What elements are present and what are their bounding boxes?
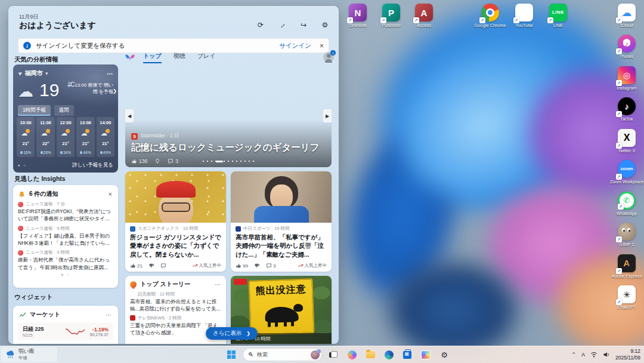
desktop-icon[interactable]: P➚ Publisher: [374, 4, 408, 29]
partly-cloudy-icon: ☁: [41, 130, 51, 137]
droplet-icon: [60, 151, 63, 154]
expand-icon[interactable]: ↔: [271, 14, 292, 35]
desktop-icon[interactable]: A➚ Adobe Express: [609, 254, 644, 279]
hidden-icons-chevron[interactable]: ⌃: [572, 352, 577, 358]
comment-icon: [266, 263, 272, 269]
weather-location[interactable]: 福岡市: [25, 69, 43, 78]
shortcut-arrow-icon: ➚: [616, 111, 622, 117]
edge-button[interactable]: [382, 348, 396, 361]
microsoft-store-button[interactable]: [400, 348, 414, 361]
desktop-icon[interactable]: N➚ OneNote: [340, 4, 375, 29]
clock[interactable]: 9:12 2025/11/09: [615, 348, 642, 361]
hour-forecast-cell[interactable]: 13:00 ☁ 21° 44%: [76, 117, 94, 157]
settings-icon[interactable]: ⚙: [317, 18, 333, 32]
file-explorer-button[interactable]: [363, 348, 377, 361]
like-button[interactable]: 21: [130, 263, 143, 269]
weather-more-icon[interactable]: ⋯: [107, 70, 113, 77]
desktop-icon[interactable]: ◎➚ Instagram: [609, 66, 644, 91]
feed-tab[interactable]: 視聴: [174, 52, 185, 63]
desktop-icon[interactable]: ♪➚ iTunes: [609, 35, 644, 60]
shortcut-arrow-icon: ➚: [479, 17, 485, 23]
taskbar-search-input[interactable]: 🔍︎ 検索: [243, 348, 322, 361]
news-card[interactable]: スポニチアネックス · 10 時間 所ジョージ ガソリンスタンドで愛車がまさかの…: [125, 171, 226, 272]
taskbar-weather-widget[interactable]: 弱い雨 午後: [1, 347, 57, 362]
ime-indicator[interactable]: A: [581, 352, 585, 358]
news-card[interactable]: 中日スポーツ · 19 時間 高市早苗首相、「私事ですが」夫婦仲の一端を明かし反…: [231, 171, 332, 272]
weather-card[interactable]: ➤ 福岡市 ∨ ⋯ ☁ 19 °C ☂ 13:00 前後で 弱い 雨 を予報 ❯…: [13, 64, 118, 173]
volume-icon[interactable]: [603, 351, 610, 358]
notification-badge: 1: [330, 50, 336, 56]
desktop-icon[interactable]: ➚ Google Chrome: [473, 4, 507, 29]
notification-item[interactable]: ニュース速報 · 9 時間 【フィギュア】鍵山優真、日本男子初のNHK杯３連覇！…: [13, 224, 118, 248]
desktop-icon[interactable]: ☁➚ iCloud: [609, 4, 644, 29]
copilot-button[interactable]: [345, 348, 359, 361]
settings-button[interactable]: ⚙: [437, 348, 451, 361]
notifications-list: ニュース速報 · 7 分 BE:FIRST脱退のRYOKI、“発表方法”について…: [13, 199, 118, 272]
top-stories-more-icon[interactable]: ⋯: [215, 281, 221, 288]
hour-forecast-cell[interactable]: 14:00 ☁ 21° 49%: [97, 117, 114, 157]
thumb-up-icon: [236, 263, 242, 269]
feed-tab[interactable]: プレイ: [197, 52, 216, 63]
desktop-icon[interactable]: A➚ Access: [407, 4, 441, 29]
refresh-icon[interactable]: ⟳: [253, 18, 268, 32]
dislike-button[interactable]: [148, 263, 154, 269]
hour-forecast-cell[interactable]: 12:00 ☁ 21° 34%: [57, 117, 75, 157]
task-view-button[interactable]: [326, 348, 340, 361]
notification-item[interactable]: ニュース速報 · 9 時間 維新・吉村代表「僕が高市さんに代わって言う」 午前3…: [13, 248, 118, 272]
weather-tab[interactable]: 週間: [54, 105, 74, 116]
weather-tab[interactable]: 1時間予報: [18, 105, 51, 116]
like-button[interactable]: 99: [236, 263, 248, 269]
weather-pager-dots[interactable]: ● ○: [18, 164, 27, 167]
news-source-icon: [18, 250, 23, 256]
notification-item[interactable]: ニュース速報 · 7 分 BE:FIRST脱退のRYOKI、“発表方法”について…: [13, 199, 118, 224]
carousel-prev-button[interactable]: ◀: [125, 109, 134, 122]
widgets-section-label: ウィジェット: [14, 293, 52, 302]
close-icon[interactable]: ×: [320, 42, 324, 50]
desktop-icon[interactable]: ✆➚ WhatsApp: [609, 192, 644, 217]
trending-label: 人気上昇中: [192, 263, 222, 269]
signin-button[interactable]: サインイン: [279, 42, 311, 50]
carousel-dots[interactable]: [125, 160, 332, 162]
wifi-icon[interactable]: [590, 351, 597, 358]
feed-tab[interactable]: トップ: [143, 52, 162, 63]
desktop-icon[interactable]: ✳➚ ChatGPT: [609, 285, 644, 310]
taskbar: 弱い雨 午後 🔍︎ 検索 ⚙ ⌃ A 9:12: [0, 346, 644, 363]
profile-avatar[interactable]: 1: [323, 52, 334, 63]
share-icon[interactable]: ↪: [296, 18, 311, 32]
desktop-icon[interactable]: ➚ GIMP 2: [609, 223, 644, 248]
start-button[interactable]: [224, 348, 239, 361]
hour-forecast-cell[interactable]: 10:00 ☁ 21° 16%: [17, 117, 35, 157]
rain-icon: ☂: [67, 83, 72, 90]
hour-forecast-cell[interactable]: 11:00 ☁ 22° 26%: [36, 117, 54, 157]
trend-up-icon: [192, 263, 198, 269]
hero-story-card[interactable]: ◀ ▶ S StarInsider · 1 日 記憶に残るロックミュージックのギ…: [125, 63, 332, 167]
top-stories-title: トップ ストーリー: [140, 280, 215, 288]
show-more-button[interactable]: さらに表示❯: [206, 327, 258, 340]
market-more-icon[interactable]: ⋯: [106, 312, 112, 318]
desktop: 11月9日 おはようございます ⟳ ↔ ↪ ⚙ i サインインして変更を保存する…: [0, 0, 644, 363]
dislike-button[interactable]: [254, 263, 260, 269]
desktop-icon[interactable]: ▶➚ YouTube: [507, 4, 541, 29]
thumb-down-icon: [254, 263, 260, 269]
detailed-forecast-link[interactable]: 詳しい予報を見る: [72, 162, 113, 169]
close-icon[interactable]: ×: [107, 190, 113, 198]
comments-button[interactable]: 3: [266, 263, 275, 269]
desktop-icon[interactable]: LINE➚ LINE: [541, 4, 575, 29]
comments-button[interactable]: [160, 263, 168, 269]
market-row[interactable]: 日経 225 N225 -1.19% 50,276.37: [18, 322, 113, 340]
news-source-icon: [18, 226, 23, 231]
desktop-icon[interactable]: zoom➚ Zoom Workplace: [609, 160, 644, 185]
droplet-icon: [100, 151, 103, 154]
story-item[interactable]: 読売新聞 · 12 時間 高市首相、週末の外出控えるとＸに投稿...美容院に行け…: [125, 290, 226, 314]
info-icon: i: [23, 42, 31, 50]
weather-temperature: 19: [39, 80, 59, 100]
location-pin-icon: ➤: [17, 70, 24, 77]
notifications-pager-dots[interactable]: ● ○: [13, 273, 118, 276]
desktop-icon[interactable]: ♪➚ TikTok: [609, 97, 644, 122]
carousel-next-button[interactable]: ▶: [323, 109, 332, 122]
photos-button[interactable]: [419, 348, 433, 361]
publisher-logo: [234, 279, 247, 285]
weather-alert[interactable]: ☂ 13:00 前後で 弱い 雨 を予報 ❯: [74, 82, 113, 96]
desktop-icon[interactable]: X➚ Twitter X: [609, 129, 644, 154]
sparkline-chart: [65, 327, 85, 336]
